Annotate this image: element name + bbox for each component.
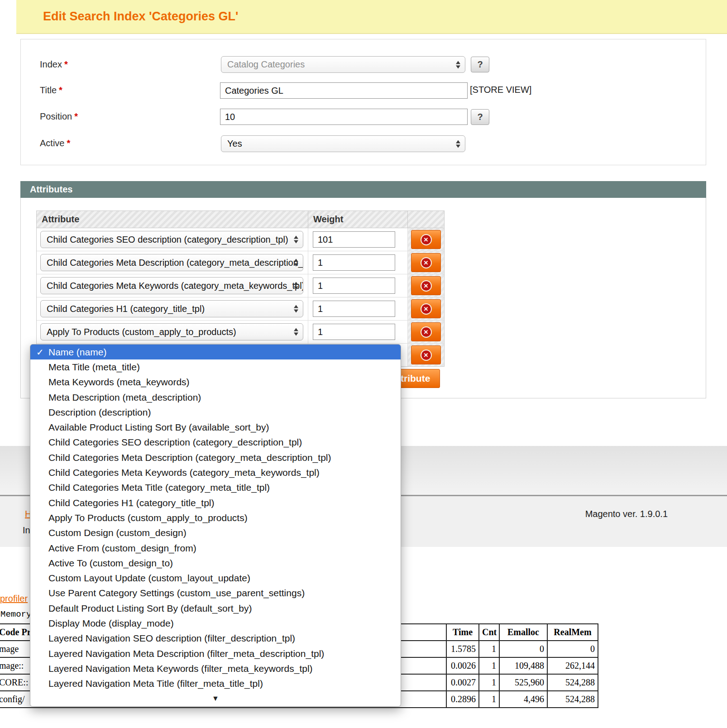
delete-icon: ✕ — [421, 303, 432, 315]
weight-cell — [308, 297, 408, 320]
attribute-select[interactable]: Child Categories Meta Description (categ… — [40, 254, 303, 271]
select-arrows-icon — [294, 282, 298, 290]
dropdown-option-label: Available Product Listing Sort By (avail… — [48, 422, 269, 433]
dropdown-option[interactable]: Layered Navigation SEO description (filt… — [30, 631, 401, 646]
dropdown-option-label: Layered Navigation Meta Keywords (filter… — [48, 663, 313, 674]
index-select-value: Catalog Categories — [221, 57, 465, 72]
weight-cell — [308, 228, 408, 251]
active-select-value: Yes — [221, 136, 465, 152]
dropdown-option[interactable]: Display Mode (display_mode) — [30, 616, 401, 631]
dropdown-option[interactable]: Child Categories Meta Title (category_me… — [30, 480, 401, 495]
dropdown-option-label: Custom Layout Update (custom_layout_upda… — [48, 573, 250, 584]
title-input[interactable] — [220, 82, 468, 99]
delete-icon: ✕ — [421, 280, 432, 292]
dropdown-option-label: Custom Design (custom_design) — [48, 527, 187, 538]
required-mark: * — [74, 111, 78, 121]
delete-icon: ✕ — [421, 350, 432, 361]
delete-attribute-button[interactable]: ✕ — [411, 276, 441, 295]
title-label: Title* — [40, 85, 62, 96]
delete-attribute-button[interactable]: ✕ — [411, 345, 441, 364]
attribute-select[interactable]: Apply To Products (custom_apply_to_produ… — [40, 323, 303, 340]
profiler-cnt: 1 — [479, 691, 499, 708]
delete-attribute-button[interactable]: ✕ — [411, 230, 441, 249]
profiler-realmem: 262,144 — [547, 657, 598, 674]
dropdown-option-label: Meta Description (meta_description) — [48, 392, 201, 403]
dropdown-option[interactable]: Layered Navigation Meta Description (fil… — [30, 646, 401, 661]
dropdown-option-label: Child Categories Meta Title (category_me… — [48, 482, 270, 493]
dropdown-option[interactable]: Description (description) — [30, 405, 401, 420]
dropdown-option[interactable]: Meta Description (meta_description) — [30, 390, 401, 405]
profiler-time: 1.5785 — [446, 641, 479, 657]
delete-attribute-button[interactable]: ✕ — [411, 322, 441, 341]
dropdown-option-label: Active To (custom_design_to) — [48, 558, 173, 569]
weight-input[interactable] — [313, 278, 395, 294]
delete-icon: ✕ — [421, 234, 432, 245]
weight-input[interactable] — [313, 324, 395, 340]
dropdown-scroll-down-icon[interactable]: ▼ — [30, 691, 401, 706]
active-select[interactable]: Yes — [221, 135, 465, 152]
dropdown-option[interactable]: Child Categories Meta Description (categ… — [30, 450, 401, 465]
dropdown-option[interactable]: Meta Keywords (meta_keywords) — [30, 375, 401, 390]
delete-attribute-button[interactable]: ✕ — [411, 299, 441, 318]
dropdown-option[interactable]: Custom Layout Update (custom_layout_upda… — [30, 570, 401, 585]
attribute-select-value: Child Categories H1 (category_title_tpl) — [41, 301, 303, 317]
action-cell: ✕ — [408, 297, 444, 320]
dropdown-option[interactable]: Child Categories H1 (category_title_tpl) — [30, 495, 401, 510]
active-label: Active* — [40, 138, 70, 148]
table-row: Child Categories H1 (category_title_tpl)… — [37, 297, 444, 321]
position-help-button[interactable]: ? — [471, 109, 489, 125]
attributes-section-header: Attributes — [20, 181, 706, 198]
dropdown-option[interactable]: Use Parent Category Settings (custom_use… — [30, 586, 401, 601]
dropdown-option[interactable]: Layered Navigation Meta Keywords (filter… — [30, 661, 401, 676]
attributes-table-header: Attribute Weight — [37, 211, 444, 228]
dropdown-option[interactable]: Child Categories Meta Keywords (category… — [30, 465, 401, 480]
delete-icon: ✕ — [421, 326, 432, 338]
table-row: Apply To Products (custom_apply_to_produ… — [37, 321, 444, 344]
delete-attribute-button[interactable]: ✕ — [411, 253, 441, 272]
dropdown-option[interactable]: Layered Navigation Meta Title (filter_me… — [30, 676, 401, 691]
weight-input[interactable] — [313, 301, 395, 317]
dropdown-option[interactable]: Available Product Listing Sort By (avail… — [30, 420, 401, 435]
dropdown-option[interactable]: Default Product Listing Sort By (default… — [30, 601, 401, 616]
index-label-text: Index — [40, 59, 62, 69]
index-help-button[interactable]: ? — [471, 57, 489, 72]
footer-text-fragment: In — [23, 525, 30, 536]
dropdown-option-label: Child Categories H1 (category_title_tpl) — [48, 498, 215, 508]
weight-input[interactable] — [313, 231, 395, 248]
dropdown-option[interactable]: Child Categories SEO description (catego… — [30, 435, 401, 450]
dropdown-option-label: Layered Navigation Meta Title (filter_me… — [48, 678, 263, 689]
attribute-select-value: Child Categories Meta Description (categ… — [41, 254, 303, 271]
notice-bar: Edit Search Index 'Categories GL' — [16, 0, 727, 34]
attribute-cell: Child Categories SEO description (catego… — [37, 228, 308, 251]
profiler-emalloc: 109,488 — [499, 657, 547, 674]
dropdown-option-label: Apply To Products (custom_apply_to_produ… — [48, 512, 248, 523]
select-arrows-icon — [294, 236, 298, 244]
dropdown-option-label: Layered Navigation Meta Description (fil… — [48, 648, 324, 659]
profiler-realmem: 524,288 — [547, 674, 598, 691]
dropdown-option[interactable]: Custom Design (custom_design) — [30, 526, 401, 541]
index-select[interactable]: Catalog Categories — [221, 56, 465, 73]
dropdown-option-label: Display Mode (display_mode) — [48, 618, 174, 629]
dropdown-option[interactable]: Meta Title (meta_title) — [30, 359, 401, 374]
dropdown-option[interactable]: Apply To Products (custom_apply_to_produ… — [30, 510, 401, 525]
profiler-emalloc: 4,496 — [499, 691, 547, 708]
attribute-select[interactable]: Child Categories Meta Keywords (category… — [40, 277, 303, 294]
profiler-col-time: Time — [446, 624, 479, 641]
attribute-cell: Child Categories Meta Description (categ… — [37, 251, 308, 274]
weight-cell — [308, 321, 408, 343]
attribute-select[interactable]: Child Categories H1 (category_title_tpl) — [40, 300, 303, 317]
attribute-select[interactable]: Child Categories SEO description (catego… — [40, 231, 303, 248]
profiler-toggle-link[interactable]: profiler — [0, 594, 28, 604]
position-input[interactable] — [220, 109, 468, 125]
dropdown-option[interactable]: Active From (custom_design_from) — [30, 541, 401, 556]
dropdown-option[interactable]: Active To (custom_design_to) — [30, 556, 401, 570]
select-arrows-icon — [294, 259, 298, 267]
dropdown-option-label: Active From (custom_design_from) — [48, 543, 196, 554]
weight-input[interactable] — [313, 254, 395, 271]
magento-version: Magento ver. 1.9.0.1 — [585, 509, 668, 519]
table-row: Child Categories Meta Description (categ… — [37, 251, 444, 274]
profiler-realmem: 0 — [547, 641, 598, 657]
select-arrows-icon — [456, 61, 460, 68]
dropdown-option-selected[interactable]: ✓ Name (name) — [30, 345, 401, 359]
profiler-col-cnt: Cnt — [479, 624, 499, 641]
